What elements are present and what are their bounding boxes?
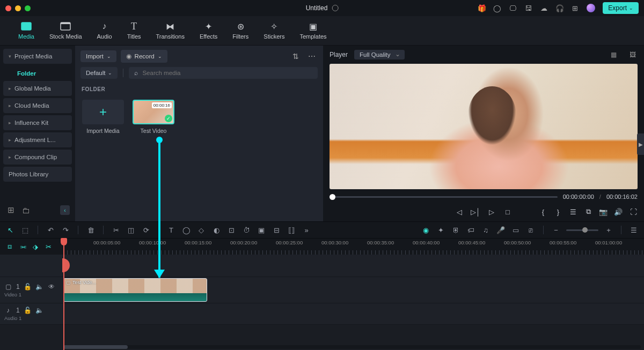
snapshot-icon[interactable]: 📷 [599,207,608,216]
tab-effects[interactable]: ✦ Effects [200,21,217,40]
detach-icon[interactable]: ⊡ [226,225,236,235]
compare-view-icon[interactable]: ▦ [609,51,618,58]
sidebar-compound-clip[interactable]: ▸Compound Clip [3,150,72,165]
video-track-lane[interactable]: ▢ Test Vide... [63,277,644,303]
volume-icon[interactable]: 🔊 [614,207,623,216]
mask-icon[interactable]: ◯ [181,225,191,235]
search-input[interactable] [142,70,312,76]
close-window[interactable] [5,5,11,11]
mic-icon[interactable]: 🎤 [496,225,506,235]
tab-audio[interactable]: ♪ Audio [97,21,112,40]
sidebar-photos-library[interactable]: Photos Library [3,167,72,182]
timeline-ruler[interactable]: 00:00:05:00 00:00:10:00 00:00:15:00 00:0… [63,239,644,255]
cloud-icon[interactable]: ☁ [540,4,548,12]
zoom-in-icon[interactable]: + [604,225,613,235]
playhead[interactable] [63,239,64,350]
mute-icon[interactable]: 🔈 [36,283,43,291]
split-icon[interactable]: ✂ [111,225,121,235]
more-icon[interactable]: ⋯ [306,50,318,62]
cut-icon[interactable]: ✂ [44,242,53,251]
expand-panel-icon[interactable]: ▶ [637,133,644,155]
picture-view-icon[interactable]: 🖼 [628,51,638,58]
pointer-tool-icon[interactable]: ↖ [5,225,15,235]
player-tab[interactable]: Player [330,51,348,58]
record-button[interactable]: ◉Record⌄ [121,50,167,63]
marker-icon[interactable]: ▣ [257,225,266,235]
circle-icon[interactable]: ◯ [493,4,501,12]
save-icon[interactable]: 🖫 [524,4,532,12]
quality-dropdown[interactable]: Full Quality [354,50,405,59]
video-track-head[interactable]: ▢ 1 🔓 🔈 👁 Video 1 [0,277,63,303]
zoom-out-icon[interactable]: − [551,225,561,235]
color-icon[interactable]: ◐ [211,225,221,235]
ai-icon[interactable]: ◉ [421,225,430,235]
audio-track-head[interactable]: ♪ 1 🔓 🔈 Audio 1 [0,303,63,324]
video-clip[interactable]: ▢ Test Vide... [63,278,207,302]
play-icon[interactable]: ▷ [487,207,496,216]
minimize-window[interactable] [15,5,21,11]
video-preview[interactable] [330,64,638,189]
sidebar-global-media[interactable]: ▸Global Media [3,81,72,96]
folder-icon[interactable]: 🗀 [20,205,31,215]
undo-icon[interactable]: ↶ [46,225,55,235]
render-icon[interactable]: ▭ [511,225,521,235]
pip-icon[interactable]: ⧉ [584,207,592,216]
link-icon[interactable]: ⫘ [18,242,27,251]
enhance-icon[interactable]: ✦ [436,225,445,235]
new-folder-icon[interactable]: ⊞ [5,205,16,215]
sidebar-folder[interactable]: Folder [3,66,72,81]
tab-titles[interactable]: T Titles [127,21,141,40]
stop-icon[interactable]: □ [503,207,512,216]
select-tool-icon[interactable]: ⬚ [20,225,30,235]
tab-transitions[interactable]: ⧓ Transitions [156,21,185,40]
gift-icon[interactable]: 🎁 [478,4,486,12]
lock-icon[interactable]: 🔓 [24,283,32,291]
timer-icon[interactable]: ⏱ [241,225,251,235]
zoom-slider[interactable] [566,229,598,231]
sort-default[interactable]: Default⌄ [80,67,118,79]
speed-icon[interactable]: ⟳ [141,225,151,235]
brace-close-icon[interactable]: } [554,207,562,216]
sidebar-adjustment-layer[interactable]: ▸Adjustment L... [3,132,72,147]
import-media-card[interactable]: + Import Media [82,100,125,134]
list-icon[interactable]: ☰ [569,207,577,216]
fullscreen-icon[interactable]: ⛶ [629,207,638,216]
tab-media[interactable]: Media [18,21,34,40]
monitor-icon[interactable]: 🖵 [509,4,517,12]
group-icon[interactable]: ⟦⟧ [287,225,296,235]
media-clip-card[interactable]: 00:00:16 ✓ Test Video [132,100,175,134]
tab-templates[interactable]: ▣ Templates [299,21,326,40]
tab-stickers[interactable]: ✧ Stickers [264,21,284,40]
view-options-icon[interactable]: ☰ [629,225,639,235]
track-spacer-lane[interactable] [63,255,644,277]
tag-icon[interactable]: 🏷 [466,225,475,235]
tab-stock-media[interactable]: Stock Media [49,21,82,40]
magnet-icon[interactable]: ⧈ [5,242,14,251]
collapse-sidebar-icon[interactable]: ‹ [60,205,70,215]
import-button[interactable]: Import⌄ [80,50,116,62]
grid-icon[interactable]: ⊞ [571,4,579,12]
export-button[interactable]: Export ⌄ [603,2,639,14]
more-tools-icon[interactable]: » [302,225,311,235]
headphones-icon[interactable]: 🎧 [555,4,564,12]
keyframe-icon[interactable]: ◇ [196,225,206,235]
prev-frame-icon[interactable]: ◁ [455,207,464,216]
lock-icon[interactable]: 🔓 [24,307,32,314]
mixer-icon[interactable]: ⎚ [526,225,536,235]
sidebar-project-media[interactable]: ▾Project Media [3,49,72,64]
crop-icon[interactable]: ◫ [126,225,136,235]
filter-icon[interactable]: ⇅ [290,50,302,62]
marker2-icon[interactable]: ⬗ [31,242,40,251]
music-icon[interactable]: ♫ [481,225,491,235]
eye-icon[interactable]: 👁 [48,283,55,291]
tab-filters[interactable]: ⊛ Filters [232,21,248,40]
play-pause-icon[interactable]: ▷│ [471,207,480,216]
sidebar-cloud-media[interactable]: ▸Cloud Media [3,98,72,113]
audio-track-lane[interactable] [63,303,644,324]
maximize-window[interactable] [25,5,31,11]
user-avatar[interactable] [587,4,595,12]
sidebar-influence-kit[interactable]: ▸Influence Kit [3,115,72,130]
timeline-scrollbar[interactable] [63,345,641,349]
redo-icon[interactable]: ↷ [61,225,70,235]
delete-icon[interactable]: 🗑 [86,225,96,235]
